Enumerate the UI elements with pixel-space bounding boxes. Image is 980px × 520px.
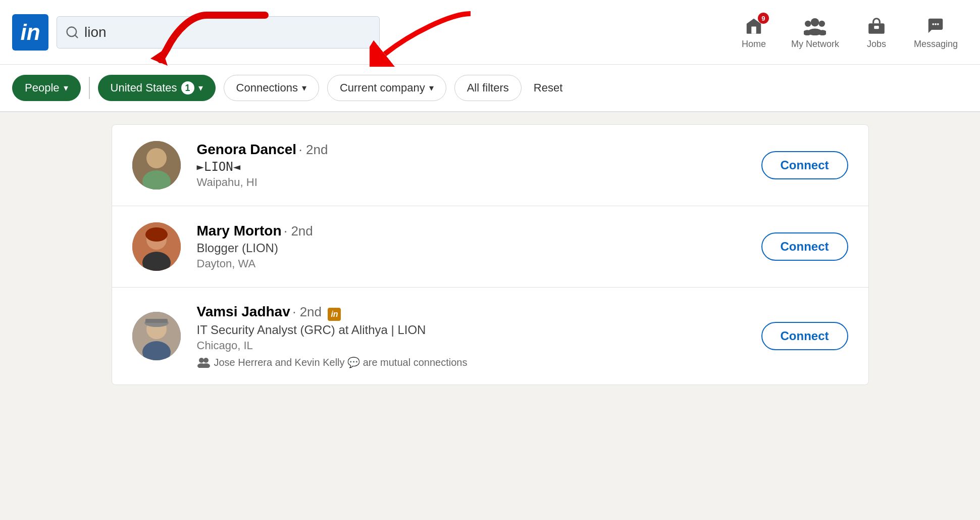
person-degree: · 2nd: [292, 304, 322, 319]
logo-text: in: [20, 21, 40, 43]
svg-point-22: [145, 227, 168, 242]
person-mutual: Jose Herrera and Kevin Kelly 💬 are mutua…: [197, 356, 761, 368]
person-title: IT Security Analyst (GRC) at Alithya | L…: [197, 323, 761, 337]
home-icon-wrap: 9: [741, 15, 767, 37]
person-location: Dayton, WA: [197, 257, 761, 270]
jobs-icon: [866, 16, 887, 35]
nav-item-messaging[interactable]: Messaging: [904, 11, 968, 54]
jobs-label: Jobs: [867, 39, 886, 50]
svg-point-5: [805, 21, 811, 27]
us-filter-count: 1: [181, 81, 194, 94]
connect-button[interactable]: Connect: [761, 322, 848, 350]
person-name: Genora Dancel: [197, 141, 297, 157]
current-company-filter-btn[interactable]: Current company ▾: [327, 75, 446, 101]
person-row: Genora Dancel · 2nd ►LION◄ Waipahu, HI C…: [112, 125, 868, 206]
person-name: Mary Morton: [197, 223, 282, 239]
avatar-image: [132, 312, 181, 360]
messaging-icon: [925, 16, 946, 35]
search-container: [57, 16, 380, 49]
home-label: Home: [742, 39, 766, 50]
svg-rect-11: [874, 26, 879, 29]
svg-point-29: [203, 358, 209, 363]
mutual-connections-icon: [197, 357, 210, 368]
avatar: [132, 141, 181, 190]
svg-point-13: [935, 23, 937, 25]
svg-line-1: [75, 35, 77, 37]
person-location: Chicago, IL: [197, 339, 761, 352]
person-info: Vamsi Jadhav · 2nd in IT Security Analys…: [197, 304, 761, 368]
nav-bar: 9 Home My Network: [731, 11, 968, 54]
us-filter-label: United States: [111, 81, 177, 94]
my-network-icon-wrap: [802, 15, 828, 37]
person-info: Genora Dancel · 2nd ►LION◄ Waipahu, HI: [197, 141, 761, 189]
avatar-image: [132, 222, 181, 271]
network-icon: [804, 16, 826, 35]
jobs-icon-wrap: [863, 15, 890, 37]
linkedin-logo[interactable]: in: [12, 14, 48, 51]
svg-rect-3: [751, 27, 756, 34]
svg-point-28: [199, 358, 204, 363]
connect-button[interactable]: Connect: [761, 151, 848, 179]
person-name-line: Genora Dancel · 2nd: [197, 141, 761, 158]
connections-chevron-icon: ▾: [302, 82, 306, 93]
header: in: [0, 0, 980, 65]
messaging-label: Messaging: [914, 39, 958, 50]
avatar-image: [132, 141, 181, 190]
us-filter-btn[interactable]: United States 1 ▾: [98, 75, 216, 101]
svg-point-12: [933, 23, 935, 25]
home-badge: 9: [758, 13, 769, 24]
svg-rect-27: [145, 319, 168, 323]
person-title: ►LION◄: [197, 160, 761, 174]
person-info: Mary Morton · 2nd Blogger (LION) Dayton,…: [197, 223, 761, 270]
people-filter-label: People: [25, 81, 60, 94]
person-name-line: Mary Morton · 2nd: [197, 223, 761, 239]
person-name-line: Vamsi Jadhav · 2nd in: [197, 304, 761, 321]
search-input-wrap: [57, 16, 380, 49]
person-title: Blogger (LION): [197, 241, 761, 255]
connections-filter-btn[interactable]: Connections ▾: [224, 75, 319, 101]
person-degree: · 2nd: [284, 223, 313, 239]
person-row: Vamsi Jadhav · 2nd in IT Security Analys…: [112, 288, 868, 385]
svg-point-14: [937, 23, 939, 25]
person-row: Mary Morton · 2nd Blogger (LION) Dayton,…: [112, 206, 868, 288]
svg-point-4: [811, 18, 819, 27]
person-name: Vamsi Jadhav: [197, 304, 290, 319]
results-area: Genora Dancel · 2nd ►LION◄ Waipahu, HI C…: [112, 124, 869, 385]
red-arrow-annotation: [370, 6, 481, 67]
mutual-text: Jose Herrera and Kevin Kelly 💬 are mutua…: [214, 356, 468, 368]
all-filters-label: All filters: [467, 81, 509, 94]
svg-point-6: [819, 21, 825, 27]
my-network-label: My Network: [791, 39, 839, 50]
li-open-badge: in: [328, 308, 341, 321]
search-icon: [65, 25, 79, 39]
person-degree: · 2nd: [299, 142, 328, 157]
nav-item-home[interactable]: 9 Home: [731, 11, 777, 54]
avatar: [132, 222, 181, 271]
connect-button[interactable]: Connect: [761, 232, 848, 261]
people-filter-btn[interactable]: People ▾: [12, 75, 81, 101]
avatar: [132, 312, 181, 360]
filter-bar: People ▾ United States 1 ▾ Connections ▾…: [0, 65, 980, 112]
nav-item-my-network[interactable]: My Network: [781, 11, 849, 54]
messaging-icon-wrap: [922, 15, 949, 37]
company-chevron-icon: ▾: [429, 82, 434, 93]
svg-point-17: [146, 148, 167, 168]
search-input[interactable]: [84, 24, 371, 40]
person-location: Waipahu, HI: [197, 176, 761, 189]
current-company-filter-label: Current company: [340, 81, 425, 94]
connections-filter-label: Connections: [236, 81, 298, 94]
us-chevron-icon: ▾: [198, 82, 203, 93]
all-filters-btn[interactable]: All filters: [454, 75, 522, 101]
people-chevron-icon: ▾: [64, 82, 68, 93]
filter-divider: [89, 77, 90, 99]
nav-item-jobs[interactable]: Jobs: [853, 11, 900, 54]
reset-btn[interactable]: Reset: [530, 75, 566, 101]
